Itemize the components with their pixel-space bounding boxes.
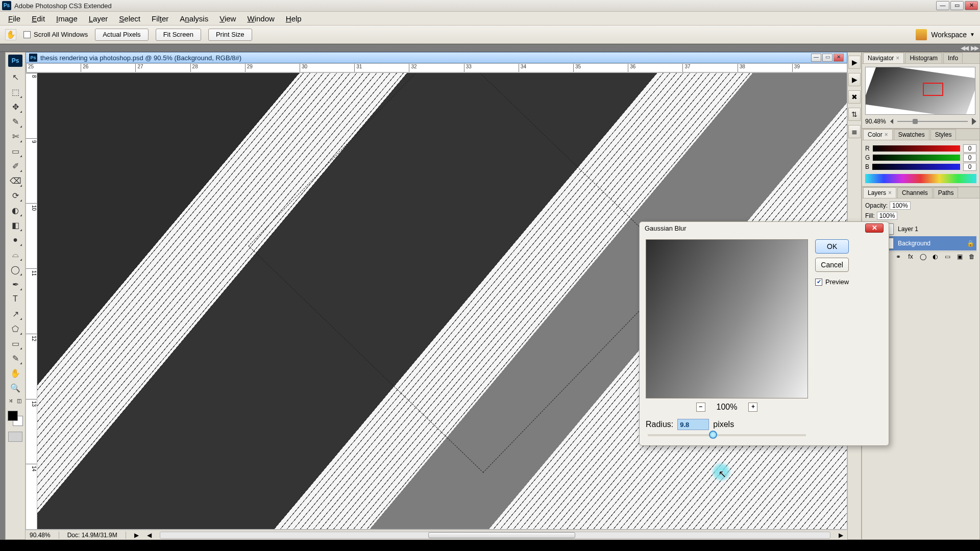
lasso-tool[interactable]: ✥ [8,100,22,113]
slice-tool[interactable]: ▭ [8,144,22,158]
layer-fill[interactable]: Fill:100% [865,212,897,220]
marquee-tool[interactable]: ⬚ [8,85,22,98]
layer-fx-icon[interactable]: fx [906,253,915,261]
document-close-button[interactable]: ✕ [834,54,844,62]
gaussian-blur-dialog[interactable]: Gaussian Blur ✕ − 100% + Radius: pixels … [639,221,889,446]
navigator-zoom-slider[interactable] [897,121,968,122]
menu-analysis[interactable]: Analysis [175,13,213,24]
radius-slider-knob[interactable] [709,431,717,439]
menu-view[interactable]: View [214,13,241,24]
workspace-dropdown[interactable]: Workspace ▼ [931,31,975,39]
tab-layers[interactable]: Layers× [863,187,896,198]
menu-window[interactable]: Window [242,13,279,24]
window-close-button[interactable]: ✕ [965,1,978,10]
menu-filter[interactable]: Filter [146,13,174,24]
scroll-left-icon[interactable]: ◀ [147,532,152,539]
document-minimize-button[interactable]: — [811,54,821,62]
menu-help[interactable]: Help [281,13,307,24]
radius-slider[interactable] [648,434,806,436]
navigator-viewport-box[interactable] [923,83,943,96]
status-arrow-icon[interactable]: ▶ [134,532,139,539]
color-ramp[interactable] [865,174,976,183]
color-channel-r[interactable]: R0 [865,144,976,153]
quick-mask-toggle[interactable] [8,432,22,442]
tab-histogram[interactable]: Histogram [905,53,942,63]
gradient-tool[interactable]: ● [8,233,22,246]
scroll-all-windows-checkbox[interactable]: Scroll All Windows [23,31,88,38]
new-layer-icon[interactable]: ▣ [955,253,964,261]
eyedropper-tool[interactable]: ✎ [8,352,22,365]
shape-tool[interactable]: ⬠ [8,322,22,335]
dialog-preview[interactable] [646,239,808,398]
navigator-zoom-value[interactable]: 90.48% [865,118,886,125]
swap-default-colors[interactable]: ⤭◫ [8,398,23,406]
layer-mask-icon[interactable]: ◯ [918,253,927,261]
brush-tool[interactable]: ⌫ [8,174,22,187]
collapse-arrow-icon[interactable]: ◀◀ [961,44,968,52]
tab-navigator[interactable]: Navigator× [863,53,904,63]
preview-checkbox[interactable]: ✔Preview [815,278,849,286]
new-group-icon[interactable]: ▭ [943,253,952,261]
dock-button-3[interactable]: ✖ [848,90,861,104]
link-layers-icon[interactable]: ⚭ [894,253,903,261]
cancel-button[interactable]: Cancel [815,258,849,272]
document-maximize-button[interactable]: ▭ [822,54,832,62]
tab-color[interactable]: Color× [863,129,893,140]
navigator-thumbnail[interactable] [865,67,975,115]
color-channel-g[interactable]: G0 [865,154,976,162]
document-title-bar[interactable]: Ps thesis rendering via photoshop.psd @ … [26,52,847,63]
window-minimize-button[interactable]: — [936,1,949,10]
layer-opacity[interactable]: Opacity:100% [865,202,911,210]
tab-styles[interactable]: Styles [930,129,957,140]
healing-tool[interactable]: ✐ [8,159,22,172]
quick-select-tool[interactable]: ✎ [8,115,22,128]
dock-button-2[interactable]: ▶ [848,73,861,86]
eraser-tool[interactable]: ◧ [8,218,22,232]
radius-input[interactable] [677,419,709,430]
menu-image[interactable]: Image [51,13,83,24]
tab-swatches[interactable]: Swatches [894,129,929,140]
zoom-out-icon[interactable] [890,119,893,124]
tab-info[interactable]: Info [943,53,963,63]
dock-button-4[interactable]: ⇅ [848,108,861,121]
zoom-tool[interactable]: 🔍 [8,381,22,394]
color-channel-b[interactable]: B0 [865,163,976,171]
status-zoom[interactable]: 90.48% [30,532,51,539]
dock-button-5[interactable]: ≣ [848,125,861,138]
path-select-tool[interactable]: ↗ [8,307,22,320]
scroll-right-icon[interactable]: ▶ [839,532,843,539]
fit-screen-button[interactable]: Fit Screen [156,29,201,41]
zoom-in-icon[interactable] [972,118,976,125]
adjustment-layer-icon[interactable]: ◐ [930,253,940,261]
crop-tool[interactable]: ✄ [8,130,22,143]
delete-layer-icon[interactable]: 🗑 [967,253,976,261]
notes-tool[interactable]: ▭ [8,337,22,350]
expand-arrow-icon[interactable]: ▶▶ [971,44,978,52]
menu-file[interactable]: File [3,13,26,24]
foreground-background-swatch[interactable] [8,411,23,426]
dodge-tool[interactable]: ◯ [8,263,22,276]
stamp-tool[interactable]: ⟳ [8,189,22,202]
hand-tool[interactable]: ✋ [8,366,22,380]
blur-tool[interactable]: ⌓ [8,248,22,261]
window-maximize-button[interactable]: ▭ [950,1,964,10]
ok-button[interactable]: OK [815,239,849,254]
menu-layer[interactable]: Layer [84,13,113,24]
dialog-title-bar[interactable]: Gaussian Blur ✕ [640,222,889,234]
tab-channels[interactable]: Channels [897,187,933,198]
menu-edit[interactable]: Edit [27,13,50,24]
history-brush-tool[interactable]: ◐ [8,204,22,217]
move-tool[interactable]: ↖ [8,70,22,84]
pen-tool[interactable]: ✒ [8,278,22,291]
dialog-close-button[interactable]: ✕ [865,223,884,233]
actual-pixels-button[interactable]: Actual Pixels [95,29,148,41]
preview-zoom-in-button[interactable]: + [748,403,757,412]
go-to-bridge-icon[interactable] [916,29,927,40]
menu-select[interactable]: Select [114,13,145,24]
type-tool[interactable]: T [8,292,22,306]
tab-paths[interactable]: Paths [934,187,959,198]
print-size-button[interactable]: Print Size [208,29,252,41]
preview-zoom-out-button[interactable]: − [696,403,705,412]
dock-button-1[interactable]: ▶ [848,56,861,69]
horizontal-scrollbar[interactable] [160,532,830,539]
